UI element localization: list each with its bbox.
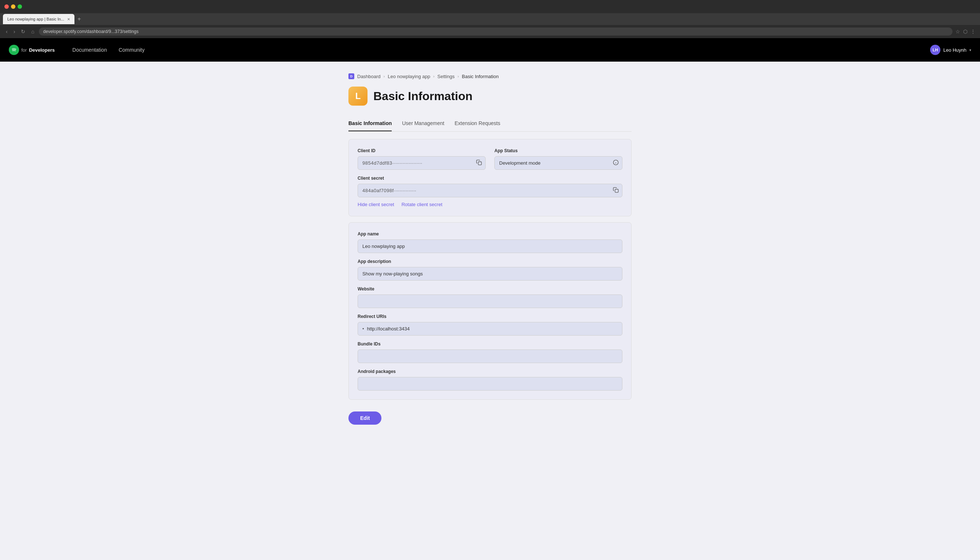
app-name-field: App name xyxy=(358,232,622,253)
copy-client-id-button[interactable] xyxy=(476,160,482,167)
browser-tab-bar: Leo nowplaying app | Basic In... ✕ + xyxy=(0,13,980,25)
copy-icon xyxy=(476,160,482,165)
redirect-uris-label: Redirect URIs xyxy=(358,314,622,319)
url-text: developer.spotify.com/dashboard/9...373/… xyxy=(43,29,948,34)
app-name-input[interactable] xyxy=(358,240,622,253)
user-menu-button[interactable]: LH Leo Huynh ▾ xyxy=(930,45,971,55)
uri-bullet: • xyxy=(362,326,364,332)
copy-icon-secret xyxy=(613,187,619,193)
main-content: D Dashboard › Leo nowplaying app › Setti… xyxy=(0,62,980,560)
client-id-input[interactable] xyxy=(358,156,486,170)
client-secret-label: Client secret xyxy=(358,176,622,181)
client-id-label: Client ID xyxy=(358,148,486,153)
nav-link-community[interactable]: Community xyxy=(118,47,145,53)
reload-button[interactable]: ↻ xyxy=(20,28,27,35)
breadcrumb: D Dashboard › Leo nowplaying app › Setti… xyxy=(348,73,632,79)
info-icon xyxy=(613,160,619,165)
tab-basic-information[interactable]: Basic Information xyxy=(348,116,392,131)
secret-links: Hide client secret Rotate client secret xyxy=(358,202,622,207)
spotify-logo-mark xyxy=(9,45,19,55)
app-status-wrapper: Development mode xyxy=(494,156,622,170)
breadcrumb-dashboard[interactable]: Dashboard xyxy=(357,74,381,79)
app-name-label: App name xyxy=(358,232,622,237)
browser-titlebar xyxy=(0,0,980,13)
app-status-field: App Status Development mode xyxy=(494,148,622,170)
breadcrumb-sep-2: › xyxy=(433,74,435,78)
website-label: Website xyxy=(358,287,622,292)
app-info-card: App name App description Website Redirec… xyxy=(348,222,632,400)
logo-for: for xyxy=(21,47,27,53)
spotify-logo: for Developers xyxy=(9,45,55,55)
tab-user-management[interactable]: User Management xyxy=(402,116,444,131)
breadcrumb-app[interactable]: Leo nowplaying app xyxy=(388,74,430,79)
menu-icon[interactable]: ⋮ xyxy=(970,28,976,35)
browser-dots xyxy=(4,4,22,9)
bundle-ids-input[interactable] xyxy=(358,350,622,363)
bookmark-icon[interactable]: ☆ xyxy=(955,28,960,35)
breadcrumb-current: Basic Information xyxy=(462,74,498,79)
credentials-row: Client ID App Status xyxy=(358,148,622,170)
client-id-wrapper xyxy=(358,156,486,170)
app-status-label: App Status xyxy=(494,148,622,153)
bundle-ids-label: Bundle IDs xyxy=(358,342,622,347)
bundle-ids-field: Bundle IDs xyxy=(358,342,622,363)
redirect-uri-value: http://localhost:3434 xyxy=(367,326,410,332)
android-packages-input[interactable] xyxy=(358,377,622,390)
url-bar[interactable]: developer.spotify.com/dashboard/9...373/… xyxy=(39,28,952,35)
app-status-info-button[interactable] xyxy=(613,160,619,167)
browser-chrome: Leo nowplaying app | Basic In... ✕ + ‹ ›… xyxy=(0,0,980,38)
new-tab-button[interactable]: + xyxy=(75,16,83,22)
home-button[interactable]: ⌂ xyxy=(30,28,35,35)
svg-rect-5 xyxy=(615,189,618,193)
minimize-dot[interactable] xyxy=(11,4,15,9)
user-name: Leo Huynh xyxy=(943,47,967,53)
extensions-icon[interactable]: ⬡ xyxy=(963,28,968,35)
app-status-badge: Development mode xyxy=(494,156,622,170)
tab-close-icon[interactable]: ✕ xyxy=(67,17,70,21)
user-avatar: LH xyxy=(930,45,940,55)
website-input[interactable] xyxy=(358,295,622,308)
breadcrumb-settings[interactable]: Settings xyxy=(438,74,455,79)
svg-rect-1 xyxy=(478,162,482,165)
forward-button[interactable]: › xyxy=(12,28,17,35)
chevron-down-icon: ▾ xyxy=(969,48,971,52)
page-container: D Dashboard › Leo nowplaying app › Setti… xyxy=(340,73,640,425)
dashboard-icon: D xyxy=(348,73,354,79)
breadcrumb-sep-3: › xyxy=(458,74,459,78)
redirect-uri-item: • http://localhost:3434 xyxy=(358,322,622,335)
android-packages-label: Android packages xyxy=(358,369,622,374)
app-icon: L xyxy=(348,87,368,106)
browser-address-bar: ‹ › ↻ ⌂ developer.spotify.com/dashboard/… xyxy=(0,25,980,38)
android-packages-field: Android packages xyxy=(358,369,622,390)
breadcrumb-sep-1: › xyxy=(383,74,385,78)
back-button[interactable]: ‹ xyxy=(4,28,9,35)
user-initials: LH xyxy=(933,48,938,52)
client-secret-input[interactable] xyxy=(358,184,622,197)
svg-point-0 xyxy=(11,47,17,53)
browser-toolbar-icons: ☆ ⬡ ⋮ xyxy=(955,28,976,35)
page-header: L Basic Information xyxy=(348,87,632,106)
tab-extension-requests[interactable]: Extension Requests xyxy=(455,116,500,131)
page-title: Basic Information xyxy=(373,90,472,103)
close-dot[interactable] xyxy=(4,4,9,9)
website-field: Website xyxy=(358,287,622,308)
nav-link-documentation[interactable]: Documentation xyxy=(72,47,107,53)
rotate-client-secret-link[interactable]: Rotate client secret xyxy=(402,202,442,207)
tabs-bar: Basic Information User Management Extens… xyxy=(348,116,632,132)
nav-right: LH Leo Huynh ▾ xyxy=(930,45,971,55)
dashboard-icon-letter: D xyxy=(350,75,353,78)
edit-button[interactable]: Edit xyxy=(348,412,382,425)
credentials-card: Client ID App Status xyxy=(348,139,632,217)
client-secret-field: Client secret xyxy=(358,176,622,197)
copy-client-secret-button[interactable] xyxy=(613,187,619,194)
app-description-input[interactable] xyxy=(358,267,622,280)
maximize-dot[interactable] xyxy=(18,4,22,9)
spotify-navbar: for Developers Documentation Community L… xyxy=(0,38,980,62)
app-icon-letter: L xyxy=(355,91,361,101)
nav-links: Documentation Community xyxy=(72,47,145,53)
hide-client-secret-link[interactable]: Hide client secret xyxy=(358,202,394,207)
browser-tab-active[interactable]: Leo nowplaying app | Basic In... ✕ xyxy=(3,14,75,24)
app-description-label: App description xyxy=(358,259,622,264)
tab-title: Leo nowplaying app | Basic In... xyxy=(7,17,64,21)
spotify-icon xyxy=(11,47,17,53)
